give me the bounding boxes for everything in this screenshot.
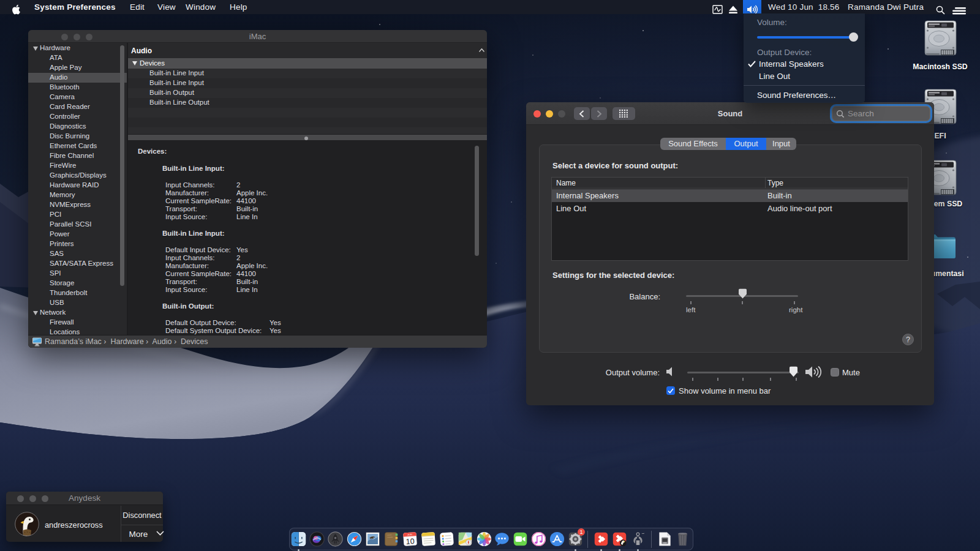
svg-text:10: 10 — [405, 537, 415, 546]
svg-text:JUN: JUN — [407, 533, 412, 536]
